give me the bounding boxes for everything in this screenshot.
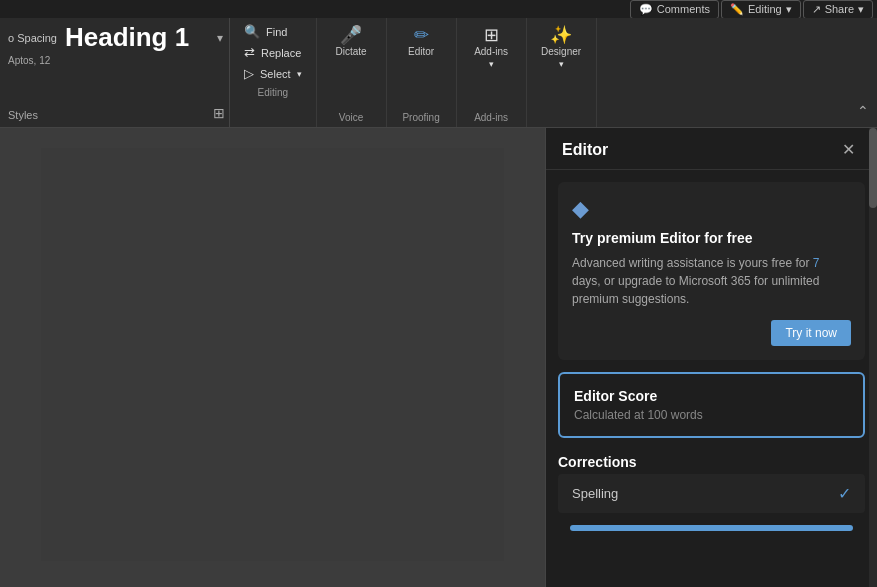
spelling-label: Spelling: [572, 486, 618, 501]
editor-panel: Editor ✕ ◆ Try premium Editor for free A…: [545, 128, 877, 587]
share-button[interactable]: ↗ Share ▾: [803, 0, 873, 19]
blue-progress-bar: [570, 525, 853, 531]
editor-body: ◆ Try premium Editor for free Advanced w…: [546, 170, 877, 587]
dictate-button[interactable]: 🎤 Dictate: [330, 22, 373, 61]
share-label: Share: [825, 3, 854, 15]
editor-panel-title: Editor: [562, 141, 608, 159]
dictate-label: Dictate: [336, 46, 367, 57]
addins-icon: ⊞: [484, 26, 499, 44]
editing-group-label: Editing: [258, 87, 289, 98]
addins-group-label: Add-ins: [474, 112, 508, 123]
replace-label: Replace: [261, 47, 301, 59]
styles-panel: o Spacing Heading 1 ▾ Aptos, 12 Styles ⊞: [0, 18, 230, 127]
ribbon-addins-group: ⊞ Add-ins ▾ Add-ins: [457, 18, 527, 127]
editing-buttons: 🔍 Find ⇄ Replace ▷ Select ▾: [238, 22, 308, 83]
spelling-row[interactable]: Spelling ✓: [558, 474, 865, 513]
ribbon-designer-group: ✨ Designer ▾: [527, 18, 597, 127]
score-title: Editor Score: [574, 388, 849, 404]
designer-label: Designer: [541, 46, 581, 57]
select-button[interactable]: ▷ Select ▾: [238, 64, 308, 83]
addins-chevron-icon: ▾: [489, 59, 494, 69]
editor-label: Editor: [408, 46, 434, 57]
find-button[interactable]: 🔍 Find: [238, 22, 308, 41]
premium-description: Advanced writing assistance is yours fre…: [572, 254, 851, 308]
chevron-down-icon-share: ▾: [858, 3, 864, 16]
proofing-group-label: Proofing: [402, 112, 439, 123]
select-label: Select: [260, 68, 291, 80]
editor-score-card[interactable]: Editor Score Calculated at 100 words: [558, 372, 865, 438]
corrections-section: Corrections Spelling ✓: [558, 450, 865, 513]
scrollbar-thumb[interactable]: [869, 128, 877, 208]
addins-label: Add-ins: [474, 46, 508, 57]
close-icon: ✕: [842, 141, 855, 158]
editing-label: Editing: [748, 3, 782, 15]
ribbon-proofing-group: ✏ Editor Proofing: [387, 18, 457, 127]
editor-scrollbar[interactable]: [869, 128, 877, 587]
ribbon-collapse-button[interactable]: ⌃: [853, 99, 873, 123]
ribbon-voice-group: 🎤 Dictate Voice: [317, 18, 387, 127]
editing-button[interactable]: ✏️ Editing ▾: [721, 0, 801, 19]
proofing-buttons: ✏ Editor: [401, 22, 441, 108]
try-it-now-button[interactable]: Try it now: [771, 320, 851, 346]
share-icon: ↗: [812, 3, 821, 16]
premium-desc-before: Advanced writing assistance is yours fre…: [572, 256, 813, 270]
addins-button[interactable]: ⊞ Add-ins ▾: [468, 22, 514, 73]
premium-days: 7: [813, 256, 820, 270]
addins-buttons: ⊞ Add-ins ▾: [468, 22, 514, 108]
premium-title: Try premium Editor for free: [572, 230, 851, 246]
editor-icon: ✏: [414, 26, 429, 44]
corrections-title: Corrections: [558, 450, 865, 474]
premium-desc-after: days, or upgrade to Microsoft 365 for un…: [572, 274, 819, 306]
replace-button[interactable]: ⇄ Replace: [238, 43, 308, 62]
voice-group-label: Voice: [339, 112, 363, 123]
voice-buttons: 🎤 Dictate: [330, 22, 373, 108]
replace-icon: ⇄: [244, 45, 255, 60]
pencil-icon: ✏️: [730, 3, 744, 16]
editor-button[interactable]: ✏ Editor: [401, 22, 441, 61]
select-icon: ▷: [244, 66, 254, 81]
designer-chevron-icon: ▾: [559, 59, 564, 69]
top-bar: 💬 Comments ✏️ Editing ▾ ↗ Share ▾: [0, 0, 877, 18]
styles-label: Styles: [4, 107, 42, 123]
spacing-label: o Spacing: [4, 30, 61, 46]
spelling-check-icon: ✓: [838, 484, 851, 503]
designer-buttons: ✨ Designer ▾: [535, 22, 587, 119]
designer-button[interactable]: ✨ Designer ▾: [535, 22, 587, 73]
find-label: Find: [266, 26, 287, 38]
microphone-icon: 🎤: [340, 26, 362, 44]
premium-banner: ◆ Try premium Editor for free Advanced w…: [558, 182, 865, 360]
document-area: [0, 128, 545, 587]
comments-label: Comments: [657, 3, 710, 15]
find-icon: 🔍: [244, 24, 260, 39]
font-info: Aptos, 12: [4, 53, 225, 68]
expand-styles-button[interactable]: ⊞: [213, 105, 225, 121]
editor-header: Editor ✕: [546, 128, 877, 170]
editor-close-button[interactable]: ✕: [836, 138, 861, 161]
chevron-down-icon: ▾: [786, 3, 792, 16]
diamond-icon: ◆: [572, 196, 851, 222]
heading-text: Heading 1: [65, 22, 211, 53]
designer-icon: ✨: [550, 26, 572, 44]
ribbon: o Spacing Heading 1 ▾ Aptos, 12 Styles ⊞…: [0, 18, 877, 128]
select-chevron-icon: ▾: [297, 69, 302, 79]
comments-button[interactable]: 💬 Comments: [630, 0, 719, 19]
heading-chevron[interactable]: ▾: [215, 29, 225, 47]
document-page: [41, 148, 504, 561]
heading-display: o Spacing Heading 1 ▾: [4, 22, 225, 53]
score-subtitle: Calculated at 100 words: [574, 408, 849, 422]
comments-icon: 💬: [639, 3, 653, 16]
ribbon-editing-group: 🔍 Find ⇄ Replace ▷ Select ▾ Editing: [230, 18, 317, 127]
